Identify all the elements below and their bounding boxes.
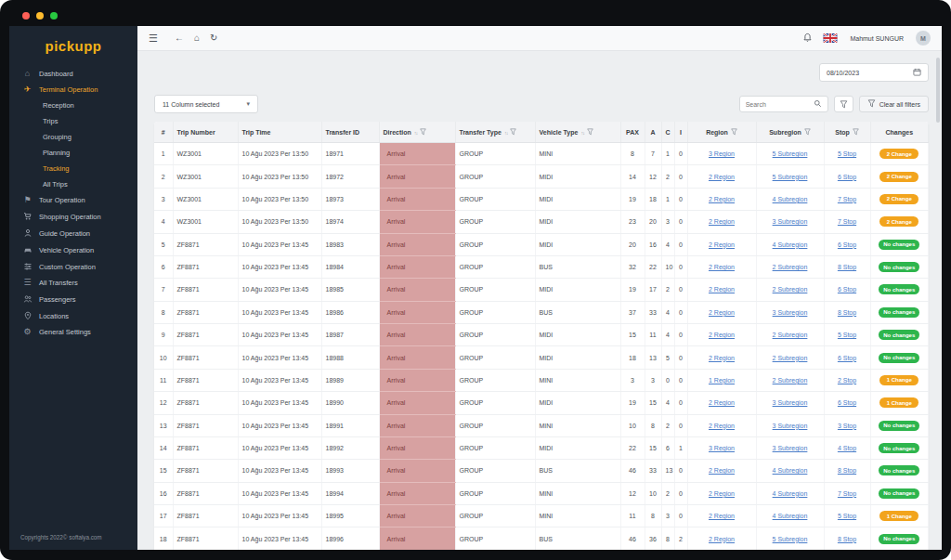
changes-badge[interactable]: No changes <box>879 353 919 363</box>
window-zoom-button[interactable] <box>50 12 58 20</box>
region-link[interactable]: 2 Region <box>709 241 735 248</box>
filter-icon[interactable] <box>853 129 859 136</box>
sidebar-item-reception[interactable]: Reception <box>9 98 137 113</box>
stop-link[interactable]: 2 Stop <box>838 377 856 384</box>
region-link[interactable]: 1 Region <box>709 377 735 384</box>
clear-all-filters-button[interactable]: Clear all filters <box>859 96 929 112</box>
subregion-link[interactable]: 3 Subregion <box>773 309 808 316</box>
changes-badge[interactable]: No changes <box>879 240 919 250</box>
subregion-link[interactable]: 3 Subregion <box>773 445 808 451</box>
region-link[interactable]: 2 Region <box>709 218 735 225</box>
filter-button[interactable] <box>834 96 853 112</box>
stop-link[interactable]: 3 Stop <box>838 423 856 429</box>
stop-link[interactable]: 7 Stop <box>838 196 856 202</box>
changes-badge[interactable]: 1 Change <box>879 511 918 521</box>
search-icon[interactable] <box>814 99 822 109</box>
stop-link[interactable]: 6 Stop <box>838 399 856 406</box>
changes-badge[interactable]: 2 Change <box>879 172 918 182</box>
subregion-link[interactable]: 3 Subregion <box>773 218 808 225</box>
subregion-link[interactable]: 5 Subregion <box>773 150 808 157</box>
stop-link[interactable]: 6 Stop <box>838 355 856 361</box>
col-header-subregion[interactable]: Subregion <box>756 122 824 143</box>
stop-link[interactable]: 8 Stop <box>838 467 856 474</box>
home-nav-icon[interactable]: ⌂ <box>194 33 200 43</box>
table-row[interactable]: 6 ZF8871 10 Ağu 2023 Per 13:45 18984 Arr… <box>154 255 929 278</box>
subregion-link[interactable]: 2 Subregion <box>773 286 808 293</box>
sort-icon[interactable]: ↑↓ <box>580 130 584 136</box>
sidebar-item-locations[interactable]: Locations <box>9 307 137 324</box>
subregion-link[interactable]: 5 Subregion <box>773 536 808 542</box>
changes-badge[interactable]: 2 Change <box>879 216 918 227</box>
sidebar-item-custom-operation[interactable]: Custom Operation <box>9 258 137 275</box>
table-row[interactable]: 4 WZ3001 10 Ağu 2023 Per 13:50 18974 Arr… <box>154 211 929 233</box>
subregion-link[interactable]: 4 Subregion <box>773 241 808 248</box>
table-row[interactable]: 3 WZ3001 10 Ağu 2023 Per 13:50 18973 Arr… <box>154 188 929 210</box>
sidebar-item-all-trips[interactable]: All Trips <box>9 176 137 192</box>
stop-link[interactable]: 8 Stop <box>838 536 856 542</box>
region-link[interactable]: 3 Region <box>709 445 735 451</box>
table-row[interactable]: 11 ZF8871 10 Ağu 2023 Per 13:45 18989 Ar… <box>154 369 929 391</box>
stop-link[interactable]: 6 Stop <box>838 174 856 180</box>
language-flag-icon[interactable] <box>823 30 838 46</box>
table-row[interactable]: 8 ZF8871 10 Ağu 2023 Per 13:45 18986 Arr… <box>154 301 929 323</box>
region-link[interactable]: 2 Region <box>709 490 735 497</box>
col-header-stop[interactable]: Stop <box>824 122 870 143</box>
notifications-bell-icon[interactable] <box>802 33 813 45</box>
changes-badge[interactable]: 1 Change <box>879 397 918 408</box>
sidebar-item-shopping-operation[interactable]: Shopping Operation <box>9 208 137 225</box>
filter-icon[interactable] <box>420 129 426 136</box>
changes-badge[interactable]: No changes <box>879 262 919 272</box>
sort-icon[interactable]: ↑↓ <box>414 130 418 136</box>
region-link[interactable]: 2 Region <box>709 513 735 519</box>
back-icon[interactable]: ← <box>175 33 184 43</box>
scrollbar[interactable] <box>936 54 941 546</box>
search-input[interactable] <box>746 101 811 108</box>
sidebar-item-trips[interactable]: Trips <box>9 113 137 129</box>
sidebar-item-passengers[interactable]: Passengers <box>9 291 137 307</box>
stop-link[interactable]: 5 Stop <box>838 150 856 157</box>
table-row[interactable]: 7 ZF8871 10 Ağu 2023 Per 13:45 18985 Arr… <box>154 279 929 301</box>
sidebar-item-guide-operation[interactable]: Guide Operation <box>9 225 137 241</box>
stop-link[interactable]: 5 Stop <box>838 332 856 338</box>
column-selector[interactable]: 11 Column selected ▾ <box>154 95 258 113</box>
stop-link[interactable]: 4 Stop <box>838 445 856 451</box>
region-link[interactable]: 2 Region <box>709 399 735 406</box>
filter-icon[interactable] <box>804 129 811 136</box>
subregion-link[interactable]: 4 Subregion <box>773 467 808 474</box>
stop-link[interactable]: 6 Stop <box>838 286 856 293</box>
table-row[interactable]: 13 ZF8871 10 Ağu 2023 Per 13:45 18991 Ar… <box>154 414 929 436</box>
region-link[interactable]: 2 Region <box>709 332 735 338</box>
user-name[interactable]: Mahmut SUNGUR <box>850 35 904 42</box>
changes-badge[interactable]: No changes <box>879 421 919 431</box>
table-row[interactable]: 18 ZF8871 10 Ağu 2023 Per 13:45 18996 Ar… <box>154 527 929 550</box>
stop-link[interactable]: 5 Stop <box>838 513 856 519</box>
table-row[interactable]: 1 WZ3001 10 Ağu 2023 Per 13:50 18971 Arr… <box>154 143 929 165</box>
region-link[interactable]: 2 Region <box>709 423 735 429</box>
region-link[interactable]: 2 Region <box>709 196 735 202</box>
changes-badge[interactable]: No changes <box>879 488 919 499</box>
table-row[interactable]: 9 ZF8871 10 Ağu 2023 Per 13:45 18987 Arr… <box>154 324 929 346</box>
changes-badge[interactable]: No changes <box>879 330 919 340</box>
table-row[interactable]: 15 ZF8871 10 Ağu 2023 Per 13:45 18993 Ar… <box>154 460 929 482</box>
region-link[interactable]: 2 Region <box>709 309 735 316</box>
scrollbar-thumb[interactable] <box>936 58 940 123</box>
filter-icon[interactable] <box>731 129 737 136</box>
subregion-link[interactable]: 3 Subregion <box>773 399 808 406</box>
col-header-transfer-type[interactable]: Transfer Type↑↓ <box>455 122 535 143</box>
table-row[interactable]: 16 ZF8871 10 Ağu 2023 Per 13:45 18994 Ar… <box>154 482 929 504</box>
sidebar-item-planning[interactable]: Planning <box>9 145 137 161</box>
table-row[interactable]: 2 WZ3001 10 Ağu 2023 Per 13:50 18972 Arr… <box>154 165 929 188</box>
col-header-direction[interactable]: Direction↑↓ <box>379 122 455 143</box>
sidebar-item-grouping[interactable]: Grouping <box>9 129 137 145</box>
stop-link[interactable]: 7 Stop <box>838 218 856 225</box>
subregion-link[interactable]: 4 Subregion <box>773 196 808 202</box>
filter-icon[interactable] <box>587 129 593 136</box>
subregion-link[interactable]: 3 Subregion <box>773 423 808 429</box>
changes-badge[interactable]: 2 Change <box>879 149 918 159</box>
table-row[interactable]: 5 ZF8871 10 Ağu 2023 Per 13:45 18983 Arr… <box>154 233 929 255</box>
col-header-vehicle-type[interactable]: Vehicle Type↑↓ <box>535 122 620 143</box>
changes-badge[interactable]: No changes <box>879 284 919 294</box>
date-picker[interactable]: 08/10/2023 <box>819 63 929 82</box>
stop-link[interactable]: 8 Stop <box>838 309 856 316</box>
region-link[interactable]: 2 Region <box>709 174 735 180</box>
